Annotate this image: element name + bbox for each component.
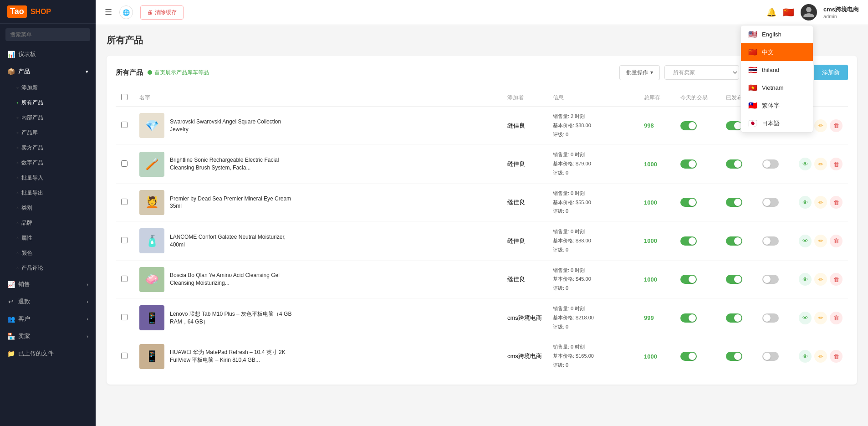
view-button[interactable]: 👁: [799, 158, 812, 170]
sidebar-item-categories[interactable]: 类别: [0, 200, 96, 216]
sidebar-item-all-products[interactable]: 所有产品: [0, 95, 96, 110]
edit-button[interactable]: ✏: [814, 350, 827, 363]
lang-item-english[interactable]: 🇺🇸 English: [741, 26, 813, 43]
row-checkbox[interactable]: [121, 237, 128, 243]
sidebar-item-bulk-export[interactable]: 批量导出: [0, 185, 96, 200]
user-avatar[interactable]: [801, 4, 817, 21]
published-toggle[interactable]: [726, 352, 742, 361]
delete-button[interactable]: 🗑: [830, 119, 842, 132]
card-header-left: 所有产品 首页展示产品库车等品: [116, 68, 209, 77]
delete-button[interactable]: 🗑: [830, 312, 842, 324]
header-info: 信息: [547, 89, 638, 107]
sidebar-item-product-library[interactable]: 产品库: [0, 125, 96, 140]
select-all-checkbox[interactable]: [121, 94, 128, 100]
row-name-cell: 🧴 LANCOME Confort Galatee Neutral Moistu…: [134, 222, 502, 260]
view-button[interactable]: 👁: [799, 273, 812, 286]
username-label: cms跨境电商: [823, 5, 859, 14]
sidebar-item-add-new[interactable]: 添加新: [0, 80, 96, 95]
published-toggle[interactable]: [726, 313, 742, 323]
featured-toggle[interactable]: [762, 159, 779, 169]
today-trade-toggle[interactable]: [680, 236, 697, 246]
lang-item-japanese[interactable]: 🇯🇵 日本語: [741, 114, 813, 132]
sidebar-item-attributes[interactable]: 属性: [0, 231, 96, 246]
row-checkbox[interactable]: [121, 199, 128, 205]
sales-arrow: ›: [87, 282, 88, 287]
user-role-label: admin: [823, 14, 859, 19]
today-trade-toggle[interactable]: [680, 159, 697, 169]
sidebar-item-returns[interactable]: ↩ 退款 ›: [0, 293, 96, 310]
sidebar-item-colors[interactable]: 颜色: [0, 246, 96, 261]
edit-button[interactable]: ✏: [814, 119, 827, 132]
notification-bell-icon[interactable]: 🔔: [766, 7, 776, 17]
price-info: 基本价格: $88.00: [553, 236, 633, 246]
sidebar-sub-label: 数字产品: [21, 159, 43, 167]
delete-button[interactable]: 🗑: [830, 273, 842, 286]
globe-button[interactable]: 🌐: [119, 5, 133, 19]
published-toggle[interactable]: [726, 159, 742, 169]
header-name: 名字: [134, 89, 502, 107]
batch-operations-button[interactable]: 批量操作 ▾: [619, 65, 660, 80]
edit-button[interactable]: ✏: [814, 158, 827, 170]
lang-item-thiland[interactable]: 🇹🇭 thiland: [741, 61, 813, 79]
delete-button[interactable]: 🗑: [830, 196, 842, 209]
featured-toggle[interactable]: [762, 313, 779, 323]
menu-toggle-icon[interactable]: ☰: [105, 7, 112, 17]
featured-toggle[interactable]: [762, 236, 779, 246]
add-new-button[interactable]: 添加新: [814, 65, 848, 80]
published-toggle[interactable]: [726, 275, 742, 284]
lang-item-vietnam[interactable]: 🇻🇳 Vietnam: [741, 79, 813, 97]
published-toggle[interactable]: [726, 198, 742, 207]
view-button[interactable]: 👁: [799, 235, 812, 247]
row-featured-cell: [757, 260, 793, 298]
today-trade-toggle[interactable]: [680, 275, 697, 284]
search-menu-input[interactable]: [5, 28, 90, 41]
today-trade-toggle[interactable]: [680, 352, 697, 361]
logo-shop: SHOP: [31, 8, 51, 16]
language-dropdown: 🇺🇸 English 🇨🇳 中文 🇹🇭 thiland 🇻🇳 Vietnam 🇹…: [740, 25, 813, 133]
seller-filter-select[interactable]: 所有卖家: [664, 65, 739, 80]
edit-button[interactable]: ✏: [814, 273, 827, 286]
sidebar-item-sellers[interactable]: 🏪 卖家 ›: [0, 328, 96, 345]
sidebar-item-digital-products[interactable]: 数字产品: [0, 155, 96, 170]
row-checkbox[interactable]: [121, 314, 128, 320]
edit-button[interactable]: ✏: [814, 196, 827, 209]
sidebar-item-customers[interactable]: 👥 客户 ›: [0, 310, 96, 328]
featured-toggle[interactable]: [762, 352, 779, 361]
delete-button[interactable]: 🗑: [830, 158, 842, 170]
delete-button[interactable]: 🗑: [830, 235, 842, 247]
sidebar-item-uploaded-files[interactable]: 📁 已上传的文件: [0, 345, 96, 362]
featured-toggle[interactable]: [762, 198, 779, 207]
language-flag-icon[interactable]: 🇨🇳: [783, 7, 794, 18]
product-thumbnail: 📱: [139, 344, 164, 369]
row-checkbox[interactable]: [121, 353, 128, 359]
lang-item-traditional[interactable]: 🇹🇼 繁体字: [741, 97, 813, 114]
sidebar-item-seller-products[interactable]: 卖方产品: [0, 140, 96, 155]
sidebar-nav: 📊 仪表板 📦 产品 ▾ 添加新 所有产品 内部产品 产品库 卖方产品 数字产品…: [0, 46, 96, 426]
view-button[interactable]: 👁: [799, 196, 812, 209]
featured-toggle[interactable]: [762, 275, 779, 284]
sidebar-item-dashboard[interactable]: 📊 仪表板: [0, 46, 96, 63]
published-toggle[interactable]: [726, 236, 742, 246]
view-button[interactable]: 👁: [799, 312, 812, 324]
sidebar-item-products[interactable]: 📦 产品 ▾: [0, 63, 96, 80]
view-button[interactable]: 👁: [799, 350, 812, 363]
sidebar-item-sales[interactable]: 📈 销售 ›: [0, 276, 96, 293]
row-actions-cell: 👁 ✏ 🗑: [793, 260, 848, 298]
today-trade-toggle[interactable]: [680, 198, 697, 207]
published-toggle[interactable]: [726, 121, 742, 130]
sidebar-item-reviews[interactable]: 产品评论: [0, 261, 96, 276]
today-trade-toggle[interactable]: [680, 121, 697, 130]
row-checkbox[interactable]: [121, 122, 128, 128]
delete-button[interactable]: 🗑: [830, 350, 842, 363]
row-checkbox[interactable]: [121, 160, 128, 167]
today-trade-toggle[interactable]: [680, 313, 697, 323]
edit-button[interactable]: ✏: [814, 235, 827, 247]
sidebar-item-brands[interactable]: 品牌: [0, 216, 96, 231]
product-info-detail: 销售量: 0 时刻 基本价格: $218.00 评级: 0: [553, 304, 633, 331]
clear-cache-button[interactable]: 🖨 清除缓存: [140, 5, 184, 20]
sidebar-item-bulk-import[interactable]: 批量导入: [0, 170, 96, 185]
sidebar-item-internal-products[interactable]: 内部产品: [0, 110, 96, 125]
lang-item-chinese[interactable]: 🇨🇳 中文: [741, 43, 813, 61]
row-checkbox[interactable]: [121, 276, 128, 282]
edit-button[interactable]: ✏: [814, 312, 827, 324]
